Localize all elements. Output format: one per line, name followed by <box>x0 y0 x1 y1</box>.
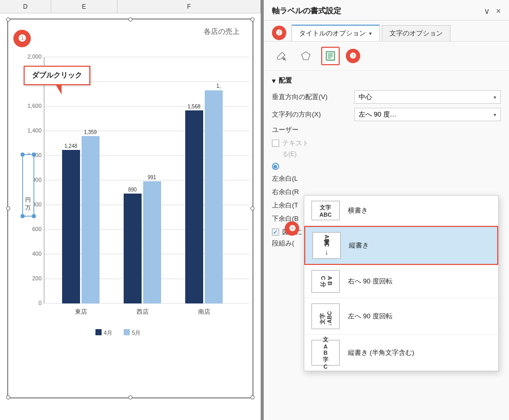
col-header-d: D <box>0 0 51 13</box>
panel-title: 軸ラベルの書式設定 <box>272 6 341 16</box>
sample-rot-right: A B C 分 <box>311 270 340 293</box>
chart-title: 各店の売上 <box>18 27 240 36</box>
chart-container: ❶ ダブルクリック 各店の売上 <box>0 13 261 420</box>
svg-rect-30 <box>62 150 80 303</box>
handle-ml[interactable] <box>6 206 10 211</box>
svg-text:1,400: 1,400 <box>27 127 42 133</box>
svg-line-50 <box>285 60 286 61</box>
checkbox-sub-label: る(E) <box>282 150 501 159</box>
chart-area[interactable]: ❶ ダブルクリック 各店の売上 <box>7 18 253 398</box>
sample-horizontal: 文字 ABC <box>311 201 340 220</box>
svg-text:1,359: 1,359 <box>84 129 96 135</box>
svg-text:890: 890 <box>128 187 137 193</box>
tabs-row: ❷ タイトルのオプション ▾ 文字のオプション <box>264 21 509 42</box>
chart-svg: 0 200 400 600 800 1,000 1,200 1,400 1,60… <box>18 42 249 350</box>
col-header-e: E <box>51 0 118 13</box>
handle-bm[interactable] <box>128 395 132 399</box>
sample-vert-full: 文 A B 字 C <box>311 340 340 366</box>
svg-text:991: 991 <box>148 175 156 180</box>
dropdown-item-vert-full[interactable]: 文 A B 字 C 縦書き (半角文字含む) <box>304 335 498 371</box>
select-arrow: ▾ <box>494 94 496 100</box>
handle-tr[interactable] <box>250 17 254 22</box>
col-headers: D E F <box>0 0 261 13</box>
handle-br[interactable] <box>250 395 254 399</box>
svg-rect-35 <box>124 194 142 303</box>
svg-text:1,568: 1,568 <box>187 104 200 109</box>
sample-vertical: 文字 ABC ↓ <box>312 232 341 259</box>
svg-rect-47 <box>124 329 130 335</box>
tab-title-options[interactable]: タイトルのオプション ▾ <box>291 25 380 41</box>
text-direction-dropdown: ❹ 文字 ABC 横書き 文字 ABC ↓ 縦書き <box>304 195 499 371</box>
svg-rect-42 <box>205 90 223 303</box>
svg-point-29 <box>32 214 36 218</box>
prop-label-text-direction: 文字列の方向(X) <box>272 110 354 119</box>
svg-rect-45 <box>95 329 102 335</box>
svg-text:5月: 5月 <box>132 330 141 336</box>
collapse-icon[interactable]: ∨ <box>484 6 490 16</box>
prop-label-left-margin: 左余白(L <box>272 174 354 183</box>
svg-text:400: 400 <box>32 251 42 257</box>
shape-icon-btn[interactable] <box>297 47 315 65</box>
section-title: 配置 <box>279 76 292 85</box>
checkbox-text[interactable] <box>272 140 279 147</box>
format-panel: 軸ラベルの書式設定 ∨ × ❷ タイトルのオプション ▾ 文字のオプション <box>264 0 509 420</box>
svg-point-27 <box>21 214 25 218</box>
svg-rect-37 <box>143 181 161 303</box>
svg-text:2,000: 2,000 <box>27 53 42 60</box>
svg-text:西店: 西店 <box>136 308 149 315</box>
svg-text:1,248: 1,248 <box>64 143 77 149</box>
badge-3: ❸ <box>346 49 360 63</box>
handle-tl[interactable] <box>6 17 10 22</box>
badge-2: ❷ <box>272 26 286 40</box>
fill-icon-btn[interactable] <box>272 47 290 65</box>
radio-row <box>272 163 501 170</box>
dropdown-item-rot-left[interactable]: 文字 ↓ABC 左へ 90 度回転 <box>304 298 498 335</box>
checkbox-text-label: テキスト <box>282 139 309 148</box>
prop-row-left-margin: 左余白(L <box>272 174 501 183</box>
dropdown-label-rot-right: 右へ 90 度回転 <box>348 277 393 286</box>
svg-point-28 <box>32 152 36 157</box>
dropdown-item-horizontal[interactable]: 文字 ABC 横書き <box>304 196 498 226</box>
prop-row-text-direction: 文字列の方向(X) 左へ 90 度… ▾ <box>272 108 501 121</box>
section-arrow: ▾ <box>272 77 276 85</box>
text-layout-icon-btn[interactable] <box>321 47 340 65</box>
vertical-align-select[interactable]: 中心 ▾ <box>354 90 501 104</box>
radio-btn[interactable] <box>272 163 279 170</box>
svg-text:南店: 南店 <box>198 308 210 315</box>
dropdown-item-vertical[interactable]: 文字 ABC ↓ 縦書き <box>304 226 498 265</box>
tab-text-options[interactable]: 文字のオプション <box>382 25 451 41</box>
svg-point-26 <box>21 152 25 157</box>
svg-rect-40 <box>185 110 203 303</box>
dropdown-label-vert-full: 縦書き (半角文字含む) <box>348 348 414 357</box>
dropdown-label-vertical: 縦書き <box>349 241 369 250</box>
close-icon[interactable]: × <box>496 7 501 16</box>
col-header-f: F <box>118 0 261 13</box>
checkbox-shape[interactable]: ✓ <box>272 228 279 236</box>
section-header: ▾ 配置 <box>272 76 501 85</box>
text-direction-select[interactable]: 左へ 90 度… ▾ <box>354 108 501 121</box>
callout-bubble: ダブルクリック <box>24 66 90 85</box>
dropdown-item-rot-right[interactable]: A B C 分 右へ 90 度回転 <box>304 265 498 298</box>
svg-text:4月: 4月 <box>104 330 112 336</box>
checkbox-text-row: テキスト <box>272 139 501 148</box>
svg-text:0: 0 <box>38 300 42 306</box>
badge-4: ❹ <box>285 221 299 236</box>
svg-rect-32 <box>82 136 100 303</box>
badge-1: ❶ <box>13 30 31 47</box>
dropdown-label-horizontal: 横書き <box>348 206 368 215</box>
prop-row-vertical-align: 垂直方向の配置(V) 中心 ▾ <box>272 90 501 104</box>
svg-text:東店: 東店 <box>75 308 87 315</box>
dropdown-label-rot-left: 左へ 90 度回転 <box>348 312 393 321</box>
panel-header: 軸ラベルの書式設定 ∨ × <box>264 0 509 21</box>
svg-text:1,600: 1,600 <box>27 103 42 109</box>
prop-value-text-direction: 左へ 90 度… ▾ <box>354 108 501 121</box>
handle-mr[interactable] <box>250 206 254 211</box>
svg-rect-23 <box>23 155 34 216</box>
svg-marker-51 <box>302 52 310 60</box>
svg-text:600: 600 <box>32 226 42 232</box>
handle-tm[interactable] <box>128 17 132 22</box>
select-arrow2: ▾ <box>494 112 496 118</box>
handle-bl[interactable] <box>6 395 10 399</box>
panel-header-icons: ∨ × <box>484 6 501 16</box>
prop-row-user: ユーザー <box>272 125 501 135</box>
